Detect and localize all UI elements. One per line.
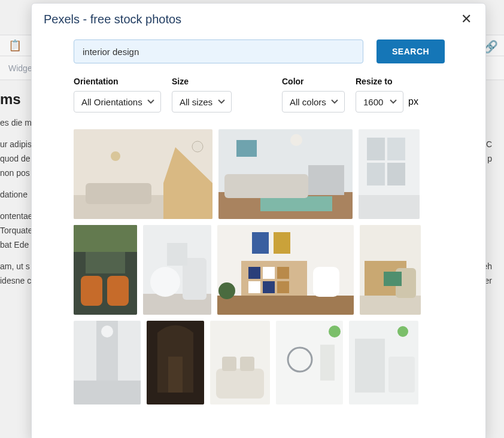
svg-rect-16 bbox=[367, 163, 385, 185]
svg-rect-63 bbox=[388, 357, 415, 393]
size-label: Size bbox=[172, 77, 232, 86]
filter-orientation: Orientation All Orientations bbox=[74, 77, 161, 112]
svg-rect-35 bbox=[248, 281, 260, 293]
svg-rect-20 bbox=[74, 225, 137, 252]
image-thumb[interactable] bbox=[143, 225, 211, 315]
close-icon[interactable]: ✕ bbox=[459, 12, 473, 26]
svg-rect-30 bbox=[217, 296, 354, 315]
filters-row: Orientation All Orientations Size All si… bbox=[74, 77, 475, 112]
svg-rect-22 bbox=[107, 276, 129, 306]
svg-rect-59 bbox=[320, 345, 335, 381]
spacer bbox=[242, 77, 271, 112]
image-thumb[interactable] bbox=[217, 225, 354, 315]
svg-point-41 bbox=[218, 282, 235, 299]
svg-rect-38 bbox=[252, 232, 269, 254]
svg-rect-36 bbox=[263, 281, 275, 293]
image-thumb[interactable] bbox=[359, 129, 420, 219]
svg-rect-5 bbox=[192, 141, 203, 152]
svg-point-12 bbox=[290, 134, 302, 146]
svg-rect-18 bbox=[359, 195, 420, 219]
svg-rect-56 bbox=[240, 357, 254, 371]
image-thumb[interactable] bbox=[74, 321, 141, 404]
svg-rect-28 bbox=[167, 243, 187, 266]
svg-rect-14 bbox=[367, 138, 385, 160]
svg-rect-46 bbox=[384, 272, 402, 286]
svg-rect-34 bbox=[277, 267, 289, 279]
svg-rect-9 bbox=[224, 174, 308, 198]
svg-rect-43 bbox=[360, 296, 421, 315]
search-button[interactable]: SEARCH bbox=[377, 39, 445, 63]
results-grid bbox=[74, 129, 463, 404]
size-select[interactable]: All sizes bbox=[172, 91, 232, 112]
svg-point-64 bbox=[397, 326, 408, 337]
svg-rect-33 bbox=[263, 267, 275, 279]
image-thumb[interactable] bbox=[74, 129, 212, 219]
filter-color: Color All colors bbox=[282, 77, 345, 112]
svg-rect-26 bbox=[150, 267, 180, 297]
svg-rect-21 bbox=[81, 276, 102, 306]
modal-body: SEARCH Orientation All Orientations Size… bbox=[32, 32, 485, 438]
svg-rect-15 bbox=[387, 138, 405, 160]
svg-rect-23 bbox=[86, 252, 125, 273]
search-row: SEARCH bbox=[74, 39, 475, 63]
svg-rect-11 bbox=[236, 140, 257, 157]
image-thumb[interactable] bbox=[147, 321, 204, 404]
image-thumb[interactable] bbox=[276, 321, 343, 404]
svg-rect-40 bbox=[313, 267, 339, 297]
svg-rect-32 bbox=[248, 267, 260, 279]
svg-rect-37 bbox=[277, 281, 289, 293]
svg-rect-10 bbox=[308, 165, 344, 195]
search-input[interactable] bbox=[74, 39, 363, 63]
svg-point-50 bbox=[101, 326, 113, 337]
svg-rect-39 bbox=[274, 232, 290, 254]
svg-rect-3 bbox=[86, 183, 151, 204]
svg-rect-17 bbox=[387, 163, 405, 185]
filter-size: Size All sizes bbox=[172, 77, 232, 112]
svg-point-4 bbox=[111, 151, 120, 161]
color-label: Color bbox=[282, 77, 345, 86]
filter-resize: Resize to 1600 px bbox=[356, 77, 418, 112]
image-thumb[interactable] bbox=[349, 321, 418, 404]
modal-title: Pexels - free stock photos bbox=[44, 13, 181, 26]
resize-label: Resize to bbox=[356, 77, 418, 86]
color-select[interactable]: All colors bbox=[282, 91, 345, 112]
image-thumb[interactable] bbox=[360, 225, 421, 315]
resize-suffix: px bbox=[408, 96, 418, 107]
orientation-select[interactable]: All Orientations bbox=[74, 91, 161, 112]
svg-rect-49 bbox=[74, 381, 141, 404]
pexels-modal: Pexels - free stock photos ✕ SEARCH Orie… bbox=[31, 3, 486, 438]
image-thumb[interactable] bbox=[210, 321, 270, 404]
image-thumb[interactable] bbox=[218, 129, 353, 219]
resize-select[interactable]: 1600 bbox=[356, 91, 403, 112]
orientation-label: Orientation bbox=[74, 77, 161, 86]
svg-rect-54 bbox=[216, 369, 264, 399]
svg-rect-8 bbox=[260, 196, 332, 211]
svg-rect-52 bbox=[168, 357, 183, 393]
svg-rect-55 bbox=[222, 357, 236, 371]
modal-header: Pexels - free stock photos ✕ bbox=[32, 4, 485, 32]
svg-rect-62 bbox=[355, 339, 385, 393]
svg-point-60 bbox=[329, 326, 341, 337]
image-thumb[interactable] bbox=[74, 225, 137, 315]
